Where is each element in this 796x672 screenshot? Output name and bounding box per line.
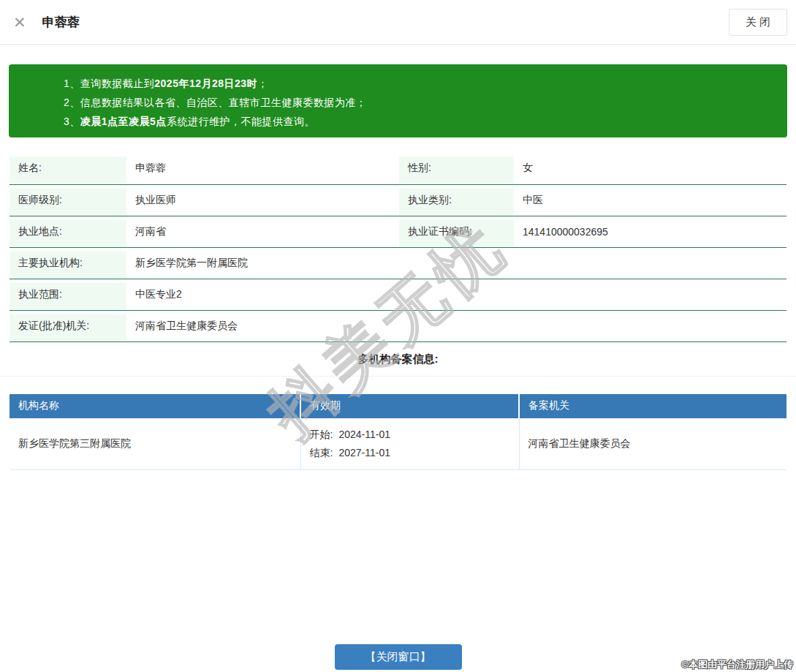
table-row: 执业地点: 河南省 执业证书编码: 141410000032695 xyxy=(10,216,786,247)
main-institution-value: 新乡医学院第一附属医院 xyxy=(126,247,786,279)
notice-line-1: 1、查询数据截止到2025年12月28日23时； xyxy=(64,74,773,93)
notice-line-1-num: 1、 xyxy=(64,78,80,89)
practice-category-value: 中医 xyxy=(514,184,786,216)
issuing-authority-value: 河南省卫生健康委员会 xyxy=(126,310,786,341)
table-header-row: 机构名称 有效期 备案机关 xyxy=(10,394,786,418)
table-row: 执业范围: 中医专业2 xyxy=(10,279,786,310)
close-icon[interactable]: ✕ xyxy=(9,13,31,31)
practice-scope-label: 执业范围: xyxy=(10,279,126,310)
validity-end: 结束:2027-11-01 xyxy=(310,444,510,462)
notice-line-2-pre: 信息数据结果以各省、自治区、直辖市卫生健康委数据为准； xyxy=(80,97,367,108)
org-name-column-header: 机构名称 xyxy=(10,394,300,418)
practice-category-label: 执业类别: xyxy=(399,184,514,216)
issuing-authority-label: 发证(批准)机关: xyxy=(10,310,126,341)
org-name-cell: 新乡医学院第三附属医院 xyxy=(10,418,300,470)
notice-line-3: 3、凌晨1点至凌晨5点系统进行维护，不能提供查询。 xyxy=(64,112,773,131)
notice-line-1-bold: 2025年12月28日23时 xyxy=(154,78,257,89)
name-label: 姓名: xyxy=(10,153,126,184)
practice-location-value: 河南省 xyxy=(126,216,399,247)
gender-value: 女 xyxy=(514,153,786,184)
multi-institution-table: 机构名称 有效期 备案机关 新乡医学院第三附属医院 开始:2024-11-01 … xyxy=(10,394,786,470)
table-row: 发证(批准)机关: 河南省卫生健康委员会 xyxy=(10,310,786,341)
name-value: 申蓉蓉 xyxy=(126,153,399,184)
notice-line-1-post: ； xyxy=(257,78,268,89)
practitioner-info-table: 姓名: 申蓉蓉 性别: 女 医师级别: 执业医师 执业类别: 中医 执业地点: … xyxy=(10,153,786,342)
close-button[interactable]: 关 闭 xyxy=(729,9,787,36)
validity-start: 开始:2024-11-01 xyxy=(310,426,510,444)
notice-banner: 1、查询数据截止到2025年12月28日23时； 2、信息数据结果以各省、自治区… xyxy=(9,64,787,137)
table-row: 姓名: 申蓉蓉 性别: 女 xyxy=(10,153,786,184)
end-date: 2027-11-01 xyxy=(338,447,390,458)
end-label: 结束: xyxy=(310,447,333,458)
start-date: 2024-11-01 xyxy=(338,429,390,440)
record-authority-column-header: 备案机关 xyxy=(519,394,786,418)
validity-cell: 开始:2024-11-01 结束:2027-11-01 xyxy=(300,418,519,470)
notice-line-1-pre: 查询数据截止到 xyxy=(80,78,155,89)
multi-institution-section-title: 多机构备案信息: xyxy=(0,352,796,377)
main-institution-label: 主要执业机构: xyxy=(10,247,126,279)
notice-line-3-post: 系统进行维护，不能提供查询。 xyxy=(167,116,315,127)
footer-bar: 【关闭窗口】 xyxy=(0,644,796,670)
start-label: 开始: xyxy=(310,429,333,440)
gender-label: 性别: xyxy=(399,153,514,184)
doctor-info-window: ✕ 申蓉蓉 关 闭 1、查询数据截止到2025年12月28日23时； 2、信息数… xyxy=(0,0,796,672)
page-title: 申蓉蓉 xyxy=(42,14,80,31)
notice-line-2: 2、信息数据结果以各省、自治区、直辖市卫生健康委数据为准； xyxy=(64,93,773,112)
validity-column-header: 有效期 xyxy=(300,394,519,418)
practice-scope-value: 中医专业2 xyxy=(126,279,786,310)
notice-line-3-bold: 凌晨1点至凌晨5点 xyxy=(80,116,167,127)
notice-line-2-num: 2、 xyxy=(64,97,80,108)
certificate-number-value: 141410000032695 xyxy=(514,216,786,247)
record-authority-cell: 河南省卫生健康委员会 xyxy=(519,418,786,470)
table-row: 医师级别: 执业医师 执业类别: 中医 xyxy=(10,184,786,216)
upload-credit-watermark: ©本图由平台注册用户上传 xyxy=(681,658,793,671)
table-row: 主要执业机构: 新乡医学院第一附属医院 xyxy=(10,247,786,279)
practice-location-label: 执业地点: xyxy=(10,216,126,247)
window-header: ✕ 申蓉蓉 关 闭 xyxy=(0,0,796,45)
table-row: 新乡医学院第三附属医院 开始:2024-11-01 结束:2027-11-01 … xyxy=(10,418,786,470)
doctor-level-label: 医师级别: xyxy=(10,184,126,216)
doctor-level-value: 执业医师 xyxy=(126,184,399,216)
notice-line-3-num: 3、 xyxy=(64,116,80,127)
certificate-number-label: 执业证书编码: xyxy=(399,216,514,247)
close-window-button[interactable]: 【关闭窗口】 xyxy=(335,644,462,670)
